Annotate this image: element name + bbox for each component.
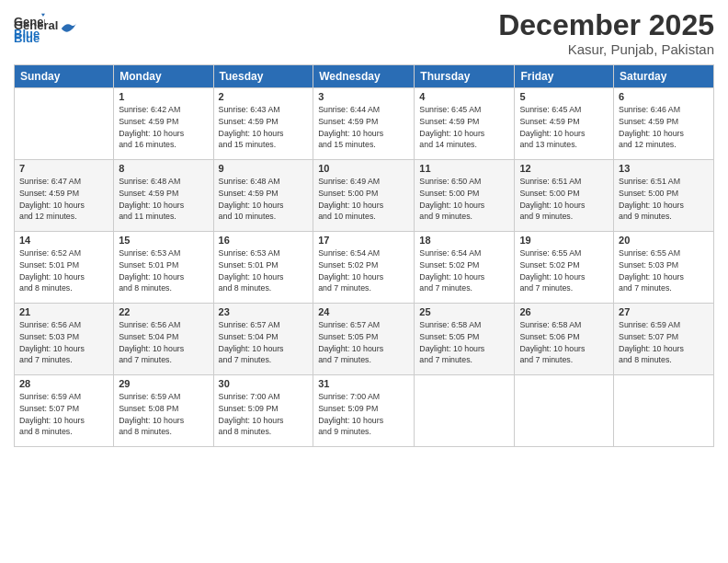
day-info: Sunrise: 6:45 AM Sunset: 4:59 PM Dayligh… [419,104,509,151]
calendar-cell: 16Sunrise: 6:53 AM Sunset: 5:01 PM Dayli… [213,232,313,304]
calendar-cell: 12Sunrise: 6:51 AM Sunset: 5:00 PM Dayli… [515,160,614,232]
day-info: Sunrise: 6:59 AM Sunset: 5:08 PM Dayligh… [119,391,208,438]
day-number: 8 [119,163,208,174]
day-info: Sunrise: 6:51 AM Sunset: 5:00 PM Dayligh… [519,176,609,223]
calendar-cell: 15Sunrise: 6:53 AM Sunset: 5:01 PM Dayli… [114,232,213,304]
header-wednesday: Wednesday [313,65,415,88]
day-number: 7 [19,163,108,174]
day-number: 31 [318,378,409,389]
day-info: Sunrise: 6:53 AM Sunset: 5:01 PM Dayligh… [219,247,309,294]
calendar-cell: 19Sunrise: 6:55 AM Sunset: 5:02 PM Dayli… [515,232,614,304]
logo-bird-icon [60,20,76,37]
title-block: December 2025 Kasur, Punjab, Pakistan [498,9,714,57]
logo: General Blue General Blue [14,13,76,45]
sub-title: Kasur, Punjab, Pakistan [498,41,714,57]
day-number: 22 [119,306,208,317]
calendar-cell: 1Sunrise: 6:42 AM Sunset: 4:59 PM Daylig… [114,88,213,160]
calendar-cell: 30Sunrise: 7:00 AM Sunset: 5:09 PM Dayli… [213,375,313,447]
calendar-cell: 2Sunrise: 6:43 AM Sunset: 4:59 PM Daylig… [213,88,313,160]
logo-line1: General [14,18,58,32]
header-sunday: Sunday [15,65,114,88]
calendar-week-5: 28Sunrise: 6:59 AM Sunset: 5:07 PM Dayli… [15,375,714,447]
header: General Blue General Blue December 2025 … [14,9,714,57]
day-number: 10 [318,163,409,174]
day-number: 29 [119,378,208,389]
day-number: 21 [19,306,108,317]
calendar-cell [15,88,114,160]
day-info: Sunrise: 6:54 AM Sunset: 5:02 PM Dayligh… [419,247,509,294]
page: General Blue General Blue December 2025 … [0,0,728,563]
calendar-cell: 24Sunrise: 6:57 AM Sunset: 5:05 PM Dayli… [313,304,415,375]
day-info: Sunrise: 6:59 AM Sunset: 5:07 PM Dayligh… [619,319,709,366]
calendar-cell [515,375,614,447]
day-info: Sunrise: 6:49 AM Sunset: 5:00 PM Dayligh… [318,176,409,223]
calendar-table: Sunday Monday Tuesday Wednesday Thursday… [14,64,714,447]
calendar-cell: 25Sunrise: 6:58 AM Sunset: 5:05 PM Dayli… [415,304,515,375]
main-title: December 2025 [498,9,714,41]
day-number: 3 [318,91,409,102]
day-number: 4 [419,91,509,102]
calendar-cell: 8Sunrise: 6:48 AM Sunset: 4:59 PM Daylig… [114,160,213,232]
day-number: 15 [119,235,208,246]
calendar-cell: 20Sunrise: 6:55 AM Sunset: 5:03 PM Dayli… [614,232,714,304]
day-info: Sunrise: 6:45 AM Sunset: 4:59 PM Dayligh… [519,104,609,151]
header-friday: Friday [515,65,614,88]
day-number: 27 [619,306,709,317]
calendar-cell: 6Sunrise: 6:46 AM Sunset: 4:59 PM Daylig… [614,88,714,160]
day-info: Sunrise: 6:55 AM Sunset: 5:02 PM Dayligh… [519,247,609,294]
day-number: 16 [219,235,309,246]
calendar-week-1: 1Sunrise: 6:42 AM Sunset: 4:59 PM Daylig… [15,88,714,160]
day-number: 9 [219,163,309,174]
calendar-cell: 10Sunrise: 6:49 AM Sunset: 5:00 PM Dayli… [313,160,415,232]
day-number: 1 [119,91,208,102]
header-tuesday: Tuesday [213,65,313,88]
calendar-cell [415,375,515,447]
day-number: 18 [419,235,509,246]
calendar-week-2: 7Sunrise: 6:47 AM Sunset: 4:59 PM Daylig… [15,160,714,232]
header-monday: Monday [114,65,213,88]
calendar-cell: 14Sunrise: 6:52 AM Sunset: 5:01 PM Dayli… [15,232,114,304]
calendar-cell: 23Sunrise: 6:57 AM Sunset: 5:04 PM Dayli… [213,304,313,375]
day-info: Sunrise: 6:54 AM Sunset: 5:02 PM Dayligh… [318,247,409,294]
calendar-cell: 22Sunrise: 6:56 AM Sunset: 5:04 PM Dayli… [114,304,213,375]
day-number: 6 [619,91,709,102]
header-thursday: Thursday [415,65,515,88]
day-info: Sunrise: 7:00 AM Sunset: 5:09 PM Dayligh… [318,391,409,438]
header-saturday: Saturday [614,65,714,88]
day-number: 30 [219,378,309,389]
day-info: Sunrise: 6:52 AM Sunset: 5:01 PM Dayligh… [19,247,108,294]
day-info: Sunrise: 6:57 AM Sunset: 5:04 PM Dayligh… [219,319,309,366]
day-info: Sunrise: 6:59 AM Sunset: 5:07 PM Dayligh… [19,391,108,438]
calendar-cell: 7Sunrise: 6:47 AM Sunset: 4:59 PM Daylig… [15,160,114,232]
calendar-header-row: Sunday Monday Tuesday Wednesday Thursday… [15,65,714,88]
day-info: Sunrise: 6:47 AM Sunset: 4:59 PM Dayligh… [19,176,108,223]
day-number: 13 [619,163,709,174]
day-number: 25 [419,306,509,317]
day-number: 24 [318,306,409,317]
calendar-cell: 13Sunrise: 6:51 AM Sunset: 5:00 PM Dayli… [614,160,714,232]
day-info: Sunrise: 7:00 AM Sunset: 5:09 PM Dayligh… [219,391,309,438]
day-info: Sunrise: 6:58 AM Sunset: 5:06 PM Dayligh… [519,319,609,366]
calendar-cell: 31Sunrise: 7:00 AM Sunset: 5:09 PM Dayli… [313,375,415,447]
day-info: Sunrise: 6:51 AM Sunset: 5:00 PM Dayligh… [619,176,709,223]
day-number: 23 [219,306,309,317]
calendar-cell: 5Sunrise: 6:45 AM Sunset: 4:59 PM Daylig… [515,88,614,160]
day-number: 2 [219,91,309,102]
calendar-cell [614,375,714,447]
day-info: Sunrise: 6:56 AM Sunset: 5:04 PM Dayligh… [119,319,208,366]
calendar-week-4: 21Sunrise: 6:56 AM Sunset: 5:03 PM Dayli… [15,304,714,375]
day-info: Sunrise: 6:57 AM Sunset: 5:05 PM Dayligh… [318,319,409,366]
day-info: Sunrise: 6:48 AM Sunset: 4:59 PM Dayligh… [219,176,309,223]
calendar-cell: 9Sunrise: 6:48 AM Sunset: 4:59 PM Daylig… [213,160,313,232]
day-number: 5 [519,91,609,102]
day-info: Sunrise: 6:55 AM Sunset: 5:03 PM Dayligh… [619,247,709,294]
logo-line2: Blue [14,31,58,45]
calendar-cell: 28Sunrise: 6:59 AM Sunset: 5:07 PM Dayli… [15,375,114,447]
day-number: 11 [419,163,509,174]
calendar-cell: 26Sunrise: 6:58 AM Sunset: 5:06 PM Dayli… [515,304,614,375]
day-number: 12 [519,163,609,174]
day-info: Sunrise: 6:58 AM Sunset: 5:05 PM Dayligh… [419,319,509,366]
day-number: 17 [318,235,409,246]
day-info: Sunrise: 6:44 AM Sunset: 4:59 PM Dayligh… [318,104,409,151]
day-info: Sunrise: 6:46 AM Sunset: 4:59 PM Dayligh… [619,104,709,151]
